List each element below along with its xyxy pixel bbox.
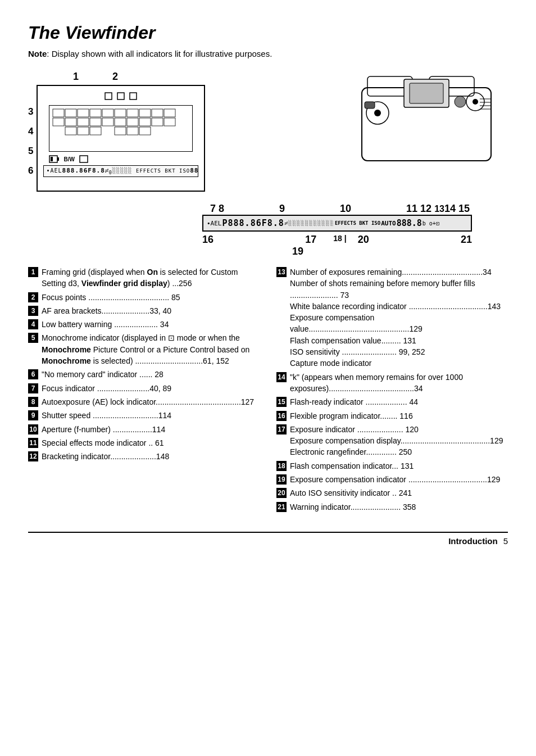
svg-rect-32 xyxy=(80,156,88,162)
svg-rect-16 xyxy=(90,118,101,126)
svg-rect-3 xyxy=(53,109,64,117)
svg-rect-10 xyxy=(139,109,151,117)
svg-rect-12 xyxy=(164,109,175,117)
lcd-strip-main: •AEL P888.86F8.8 ≓ ░░░░░░░░░░░ EFFECTS B… xyxy=(202,215,472,232)
footer-page: 5 xyxy=(503,536,508,546)
item-3: 3 AF area brackets......................… xyxy=(28,305,260,316)
svg-rect-43 xyxy=(365,102,375,108)
svg-rect-25 xyxy=(90,127,101,135)
item-13: 13 Number of exposures remaining........… xyxy=(276,266,508,369)
label-4: 4 xyxy=(28,126,33,137)
items-section: 1 Framing grid (displayed when On is sel… xyxy=(28,266,508,515)
svg-rect-1 xyxy=(117,93,124,99)
footer: Introduction 5 xyxy=(28,532,508,546)
svg-rect-11 xyxy=(152,109,163,117)
item-11: 11 Special effects mode indicator .. 61 xyxy=(28,437,260,449)
item-15: 15 Flash-ready indicator ...............… xyxy=(276,396,508,408)
label-3: 3 xyxy=(28,106,33,117)
item-9: 9 Shutter speed ........................… xyxy=(28,410,260,421)
item-18: 18 Flash compensation indicator... 131 xyxy=(276,460,508,472)
item-5: 5 Monochrome indicator (displayed in ⊡ m… xyxy=(28,332,260,366)
svg-rect-6 xyxy=(90,109,101,117)
svg-rect-19 xyxy=(127,118,138,126)
item-21: 21 Warning indicator....................… xyxy=(276,501,508,513)
item-12: 12 Bracketing indicator.................… xyxy=(28,451,260,462)
svg-rect-0 xyxy=(105,93,112,99)
items-left-column: 1 Framing grid (displayed when On is sel… xyxy=(28,266,260,515)
svg-rect-9 xyxy=(127,109,138,117)
items-right-column: 13 Number of exposures remaining........… xyxy=(276,266,508,515)
svg-rect-5 xyxy=(78,109,89,117)
label-7: 7 8 xyxy=(210,203,224,215)
viewfinder-box: B/W •AEL888.86F8.8≓0░░░░░ EFFECTS BKT IS… xyxy=(37,85,205,192)
label-16: 16 xyxy=(202,234,214,246)
label-6: 6 xyxy=(28,165,33,176)
svg-rect-17 xyxy=(102,118,113,126)
svg-rect-21 xyxy=(152,118,163,126)
label-1: 1 xyxy=(73,71,79,83)
svg-point-41 xyxy=(473,99,478,105)
svg-rect-20 xyxy=(139,118,151,126)
page-title: The Viewfinder xyxy=(28,22,508,43)
display-strip-vf: •AEL888.86F8.8≓0░░░░░ EFFECTS BKT ISO888… xyxy=(43,165,198,177)
label-17-18: 17 18 | 20 xyxy=(305,234,369,246)
svg-rect-23 xyxy=(65,127,76,135)
svg-rect-2 xyxy=(130,93,137,99)
item-2: 2 Focus points .........................… xyxy=(28,292,260,303)
item-16: 16 Flexible program indicator........ 11… xyxy=(276,410,508,422)
item-4: 4 Low battery warning ..................… xyxy=(28,319,260,330)
label-9: 9 xyxy=(279,203,285,215)
item-17: 17 Exposure indicator ..................… xyxy=(276,424,508,458)
svg-rect-8 xyxy=(115,109,126,117)
svg-rect-24 xyxy=(78,127,89,135)
lcd-section: 7 8 9 10 11 12 1314 15 •AEL P888.86F8.8 … xyxy=(28,203,508,257)
item-14: 14 "k" (appears when memory remains for … xyxy=(276,372,508,395)
item-1: 1 Framing grid (displayed when On is sel… xyxy=(28,266,260,289)
item-8: 8 Autoexposure (AE) lock indicator......… xyxy=(28,396,260,408)
svg-rect-27 xyxy=(127,127,138,135)
viewfinder-diagram: 1 2 3 4 5 6 xyxy=(28,71,339,192)
label-5: 5 xyxy=(28,146,33,157)
svg-rect-31 xyxy=(51,157,53,161)
svg-rect-14 xyxy=(65,118,76,126)
svg-rect-15 xyxy=(78,118,89,126)
diagrams-section: 1 2 3 4 5 6 xyxy=(28,71,508,192)
note-text: Note: Display shown with all indicators … xyxy=(28,48,508,60)
label-21: 21 xyxy=(461,234,472,246)
item-19: 19 Exposure compensation indicator .....… xyxy=(276,474,508,485)
label-2: 2 xyxy=(112,71,118,83)
svg-rect-30 xyxy=(57,157,59,161)
item-6: 6 "No memory card" indicator ...... 28 xyxy=(28,369,260,380)
label-10: 10 xyxy=(340,203,351,215)
svg-rect-28 xyxy=(139,127,151,135)
svg-point-42 xyxy=(455,96,466,107)
svg-rect-13 xyxy=(53,118,64,126)
item-10: 10 Aperture (f-number) .................… xyxy=(28,424,260,435)
svg-rect-18 xyxy=(115,118,126,126)
svg-rect-7 xyxy=(102,109,113,117)
svg-point-39 xyxy=(374,110,381,116)
note-label: Note xyxy=(28,49,47,58)
svg-rect-22 xyxy=(164,118,175,126)
svg-rect-4 xyxy=(65,109,76,117)
camera-diagram xyxy=(351,71,508,174)
item-20: 20 Auto ISO sensitivity indicator .. 241 xyxy=(276,487,508,499)
svg-rect-26 xyxy=(115,127,126,135)
footer-section: Introduction xyxy=(448,536,497,546)
svg-rect-37 xyxy=(410,83,443,103)
item-7: 7 Focus indicator ......................… xyxy=(28,383,260,394)
